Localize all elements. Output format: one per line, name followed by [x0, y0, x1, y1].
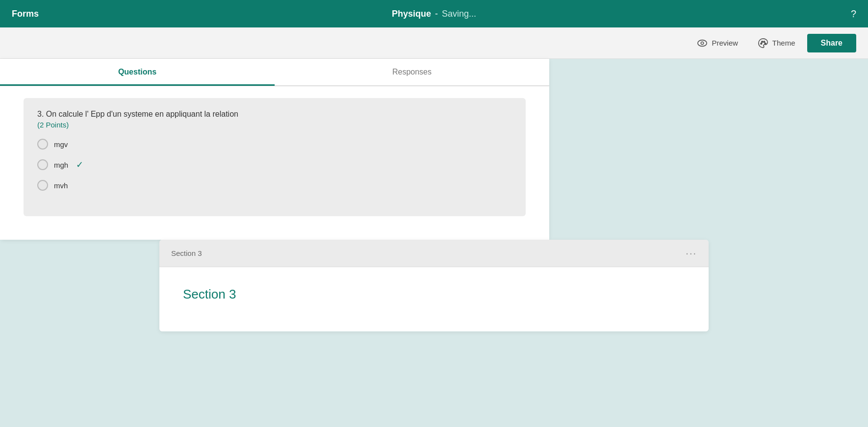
svg-point-0 [698, 40, 707, 46]
question-number: 3. [37, 110, 44, 118]
svg-point-4 [764, 41, 765, 42]
form-name: Physique [392, 9, 431, 19]
option-1-label: mgv [54, 140, 68, 149]
form-title: Physique - Saving... [392, 9, 476, 19]
option-3-label: mvh [54, 181, 68, 190]
svg-point-2 [761, 43, 762, 44]
svg-point-1 [701, 42, 704, 45]
top-bar: Forms Physique - Saving... ? [0, 0, 868, 27]
section-3-body: Section 3 [159, 267, 709, 331]
option-2-radio[interactable] [37, 159, 48, 170]
theme-label: Theme [772, 39, 795, 47]
svg-point-3 [762, 41, 763, 42]
section-3-divider: Section 3 ··· Section 3 [159, 240, 709, 331]
app-logo: Forms [12, 9, 39, 19]
option-2-label: mgh [54, 161, 68, 169]
tab-responses[interactable]: Responses [275, 59, 549, 86]
question-3-title: 3. On calcule l' Epp d'un systeme en app… [37, 110, 512, 119]
svg-point-5 [765, 43, 766, 44]
question-3-block: 3. On calcule l' Epp d'un systeme en app… [24, 98, 526, 216]
section-3-more-button[interactable]: ··· [686, 248, 697, 259]
question-points: (2 Points) [37, 121, 512, 129]
question-text: On calcule l' Epp d'un systeme en appliq… [46, 110, 238, 118]
share-button[interactable]: Share [807, 34, 856, 52]
saving-status: Saving... [442, 9, 476, 19]
section-3-label: Section 3 [171, 249, 202, 257]
preview-button[interactable]: Preview [689, 34, 745, 52]
option-3-row: mvh [37, 180, 512, 191]
theme-button[interactable]: Theme [750, 34, 803, 52]
share-label: Share [821, 39, 842, 47]
questions-area: 3. On calcule l' Epp d'un systeme en app… [0, 86, 549, 240]
option-1-row: mgv [37, 139, 512, 150]
option-3-radio[interactable] [37, 180, 48, 191]
toolbar: Preview Theme Share [0, 27, 868, 59]
section-3-title: Section 3 [183, 287, 236, 301]
tab-questions[interactable]: Questions [0, 59, 275, 86]
option-1-radio[interactable] [37, 139, 48, 150]
tabs-bar: Questions Responses [0, 59, 549, 86]
section-3-header: Section 3 ··· [159, 240, 709, 267]
main-bg: Questions Responses 3. On calcule l' Epp… [0, 59, 868, 427]
preview-icon [697, 38, 708, 49]
preview-label: Preview [712, 39, 738, 47]
help-button[interactable]: ? [851, 8, 856, 20]
form-card: Questions Responses 3. On calcule l' Epp… [0, 59, 549, 240]
title-separator: - [435, 9, 438, 19]
correct-checkmark: ✓ [76, 159, 83, 170]
option-2-row: mgh ✓ [37, 159, 512, 170]
theme-icon [758, 38, 768, 49]
